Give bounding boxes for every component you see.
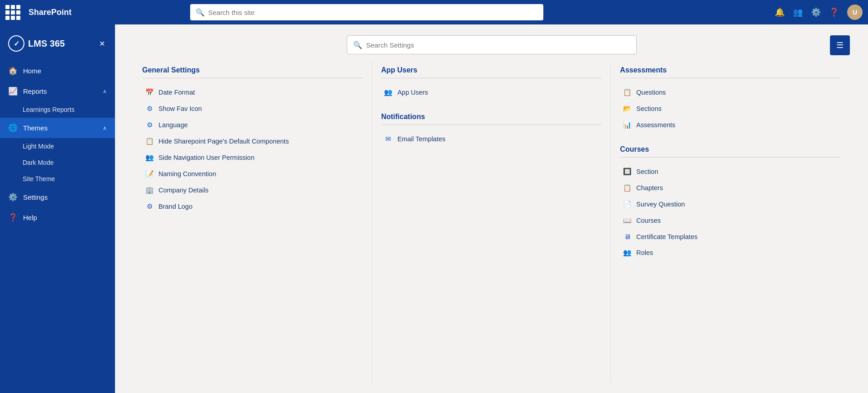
help-nav-icon: ❓ — [8, 213, 18, 222]
email-templates-label: Email Templates — [398, 135, 446, 143]
brand-logo-icon: ⚙ — [145, 202, 154, 211]
settings-item-section[interactable]: 🔲 Section — [620, 164, 841, 179]
courses-section: Courses 🔲 Section 📋 Chapters 📄 Survey — [620, 145, 841, 260]
email-templates-icon: ✉ — [384, 135, 393, 143]
sidebar-item-themes[interactable]: 🌐 Themes ∧ — [0, 118, 115, 138]
company-details-label: Company Details — [158, 187, 208, 194]
top-nav: SharePoint 🔍 🔔 👥 ⚙️ ❓ U — [0, 0, 868, 24]
settings-item-assessments[interactable]: 📊 Assessments — [620, 117, 841, 133]
people-icon[interactable]: 👥 — [793, 7, 803, 17]
settings-icon[interactable]: ⚙️ — [811, 7, 821, 17]
app-grid-icon[interactable] — [5, 5, 20, 20]
settings-item-hide-sharepoint[interactable]: 📋 Hide Sharepoint Page's Default Compone… — [142, 134, 363, 149]
notifications-section: Notifications ✉ Email Templates — [381, 113, 602, 147]
content-menu-button[interactable]: ☰ — [830, 35, 850, 55]
sidebar-sub-reports: Learnings Reports — [0, 101, 115, 118]
section-items-courses: 🔲 Section 📋 Chapters 📄 Survey Question — [620, 164, 841, 260]
hide-sharepoint-label: Hide Sharepoint Page's Default Component… — [158, 138, 289, 145]
settings-search: 🔍 — [347, 35, 637, 54]
side-nav-icon: 👥 — [145, 153, 154, 162]
section-items-notifications: ✉ Email Templates — [381, 131, 602, 147]
column-general: General Settings 📅 Date Format ⚙ Show Fa… — [133, 62, 372, 384]
sections-icon: 📂 — [623, 105, 632, 113]
settings-item-sections[interactable]: 📂 Sections — [620, 101, 841, 116]
settings-search-input[interactable] — [347, 35, 637, 54]
settings-grid: General Settings 📅 Date Format ⚙ Show Fa… — [115, 62, 868, 393]
survey-question-icon: 📄 — [623, 200, 632, 208]
sidebar-item-light-mode[interactable]: Light Mode — [0, 138, 115, 154]
sidebar-item-home-label: Home — [23, 67, 107, 75]
settings-item-language[interactable]: ⚙ Language — [142, 117, 363, 133]
section-items-assessments: 📋 Questions 📂 Sections 📊 Assessments — [620, 85, 841, 133]
settings-item-questions[interactable]: 📋 Questions — [620, 85, 841, 100]
survey-question-label: Survey Question — [636, 201, 685, 208]
sidebar-nav: 🏠 Home 📈 Reports ∧ Learnings Reports 🌐 T… — [0, 57, 115, 231]
search-icon: 🔍 — [196, 8, 205, 17]
column-assessments-courses: Assessments 📋 Questions 📂 Sections 📊 Ass… — [611, 62, 850, 384]
help-icon[interactable]: ❓ — [829, 7, 839, 17]
settings-item-chapters[interactable]: 📋 Chapters — [620, 180, 841, 196]
sidebar-item-reports-label: Reports — [23, 87, 97, 95]
settings-item-survey-question[interactable]: 📄 Survey Question — [620, 196, 841, 212]
top-nav-actions: 🔔 👥 ⚙️ ❓ U — [775, 5, 863, 20]
sidebar-item-reports[interactable]: 📈 Reports ∧ — [0, 81, 115, 101]
section-items-general: 📅 Date Format ⚙ Show Fav Icon ⚙ Language… — [142, 85, 363, 214]
sidebar-item-help-label: Help — [23, 214, 107, 221]
assessments-icon: 📊 — [623, 121, 632, 129]
language-label: Language — [158, 121, 188, 129]
section-items-app-users: 👥 App Users — [381, 85, 602, 100]
content-area: 🔍 ☰ General Settings 📅 Date Format ⚙ — [115, 24, 868, 393]
hide-sharepoint-icon: 📋 — [145, 137, 154, 145]
settings-item-email-templates[interactable]: ✉ Email Templates — [381, 131, 602, 147]
settings-item-roles[interactable]: 👥 Roles — [620, 245, 841, 260]
section-title-general: General Settings — [142, 66, 363, 78]
lms-logo-icon: ✓ — [8, 35, 24, 52]
section-title-notifications: Notifications — [381, 113, 602, 125]
sidebar-logo-text: LMS 365 — [28, 38, 65, 49]
content-header: 🔍 ☰ — [115, 24, 868, 62]
settings-item-date-format[interactable]: 📅 Date Format — [142, 85, 363, 100]
home-icon: 🏠 — [8, 66, 18, 76]
date-format-label: Date Format — [158, 89, 195, 96]
settings-item-side-nav-permission[interactable]: 👥 Side Navigation User Permission — [142, 150, 363, 165]
settings-nav-icon: ⚙️ — [8, 192, 18, 202]
date-format-icon: 📅 — [145, 88, 154, 96]
sidebar-item-settings[interactable]: ⚙️ Settings — [0, 187, 115, 207]
sidebar-item-site-theme[interactable]: Site Theme — [0, 171, 115, 187]
sidebar: ✓ LMS 365 ✕ 🏠 Home 📈 Reports ∧ Learnings… — [0, 24, 115, 393]
app-name: SharePoint — [29, 8, 72, 17]
sidebar-item-settings-label: Settings — [23, 193, 107, 201]
certificate-templates-label: Certificate Templates — [636, 233, 697, 240]
questions-icon: 📋 — [623, 88, 632, 96]
global-search-input[interactable] — [190, 4, 543, 20]
settings-item-company-details[interactable]: 🏢 Company Details — [142, 182, 363, 198]
reports-icon: 📈 — [8, 86, 18, 96]
sidebar-item-dark-mode[interactable]: Dark Mode — [0, 154, 115, 171]
notification-icon[interactable]: 🔔 — [775, 7, 785, 17]
sidebar-item-help[interactable]: ❓ Help — [0, 207, 115, 228]
sidebar-sub-themes: Light Mode Dark Mode Site Theme — [0, 138, 115, 187]
app-users-label: App Users — [398, 89, 428, 96]
sidebar-header: ✓ LMS 365 ✕ — [0, 28, 115, 57]
settings-item-app-users[interactable]: 👥 App Users — [381, 85, 602, 100]
settings-item-certificate-templates[interactable]: 🖥 Certificate Templates — [620, 229, 841, 244]
side-nav-permission-label: Side Navigation User Permission — [158, 154, 254, 161]
column-users-notifications: App Users 👥 App Users Notifications ✉ Em… — [372, 62, 611, 384]
company-details-icon: 🏢 — [145, 186, 154, 194]
sidebar-logo: ✓ LMS 365 — [8, 35, 65, 52]
fav-icon-icon: ⚙ — [145, 105, 154, 113]
sidebar-close-button[interactable]: ✕ — [97, 38, 107, 50]
settings-item-naming-convention[interactable]: 📝 Naming Convention — [142, 166, 363, 182]
sidebar-item-home[interactable]: 🏠 Home — [0, 61, 115, 81]
section-title-app-users: App Users — [381, 66, 602, 78]
sidebar-item-learnings-reports[interactable]: Learnings Reports — [0, 101, 115, 118]
certificate-templates-icon: 🖥 — [623, 233, 632, 240]
roles-label: Roles — [636, 249, 653, 256]
settings-item-courses[interactable]: 📖 Courses — [620, 213, 841, 228]
avatar[interactable]: U — [847, 5, 863, 20]
section-label: Section — [636, 168, 658, 175]
settings-item-show-fav-icon[interactable]: ⚙ Show Fav Icon — [142, 101, 363, 116]
roles-icon: 👥 — [623, 249, 632, 257]
settings-item-brand-logo[interactable]: ⚙ Brand Logo — [142, 199, 363, 214]
chapters-icon: 📋 — [623, 184, 632, 192]
